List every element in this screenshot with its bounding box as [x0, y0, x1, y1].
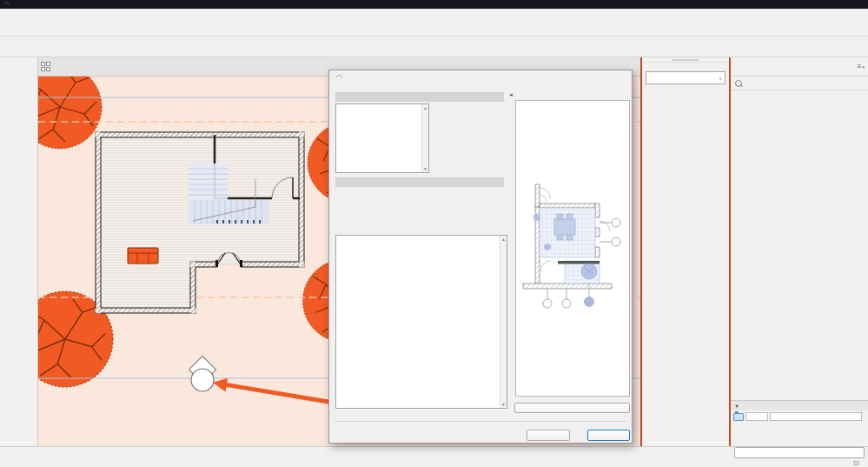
toolbox-palette	[0, 57, 38, 446]
graphic-override-rules-button[interactable]	[514, 403, 630, 413]
scroll-down-icon[interactable]: ▼	[423, 166, 427, 171]
preview-box	[515, 100, 630, 397]
list-scrollbar[interactable]: ▲ ▼	[421, 104, 428, 172]
story-name-field[interactable]	[770, 412, 862, 421]
scroll-up-icon[interactable]: ▲	[501, 237, 506, 242]
search-icon	[735, 80, 742, 87]
renovation-filter-select[interactable]: ∨	[646, 71, 726, 84]
archicad-app-icon: ◠	[4, 1, 10, 8]
filter-options-list: ▲ ▼	[335, 235, 507, 409]
renovation-filters-list: ▲ ▼	[335, 103, 429, 173]
view-map-search[interactable]	[731, 77, 868, 90]
menu-bar	[0, 9, 868, 17]
list-scrollbar[interactable]: ▲ ▼	[500, 236, 507, 408]
window-titlebar: ◠	[0, 0, 868, 9]
sofa-symbol	[128, 248, 158, 264]
properties-panel: ▾	[731, 400, 868, 446]
story-folder-icon	[733, 413, 744, 421]
renovation-palette: ∨	[642, 57, 730, 446]
hamburger-icon: ≡	[858, 63, 862, 70]
renovation-filter-options-dialog: ◠ ▲ ▼ ▲ ▼ ◄	[328, 70, 633, 444]
renovation-filter-label	[642, 67, 729, 70]
printer-icon: ⊡	[853, 459, 859, 467]
search-input[interactable]	[745, 78, 864, 88]
properties-header[interactable]: ▾	[731, 401, 868, 410]
story-number-field[interactable]	[745, 412, 768, 421]
chevron-down-icon: ∨	[719, 76, 722, 81]
quick-options-bar	[0, 446, 731, 458]
ok-button[interactable]	[587, 430, 630, 441]
view-map-tree	[731, 90, 868, 385]
renovation-preview-drawing	[516, 101, 629, 396]
settings-button[interactable]	[734, 447, 865, 458]
navigator-menu-button[interactable]: ≡▾	[858, 63, 865, 70]
secondary-toolbar	[0, 41, 868, 57]
navigator-palette: ≡▾ ▾	[731, 57, 868, 446]
filter-settings-header	[335, 177, 504, 187]
palette-splitter[interactable]	[729, 57, 731, 446]
renovation-icon: ◠	[335, 73, 342, 82]
renovation-filters-header	[335, 92, 504, 102]
tab-overview-icon[interactable]	[41, 62, 51, 72]
cancel-button[interactable]	[527, 430, 570, 441]
scroll-down-icon[interactable]: ▼	[501, 402, 506, 407]
scroll-up-icon[interactable]: ▲	[423, 105, 427, 110]
status-bar: ⊡	[0, 458, 868, 467]
main-toolbar	[0, 17, 868, 37]
palette-splitter[interactable]	[640, 57, 642, 446]
graphisoft-logo: ⊡	[853, 459, 865, 467]
dialog-titlebar[interactable]: ◠	[329, 70, 632, 84]
pane-collapse-icon[interactable]: ◄	[508, 92, 514, 97]
